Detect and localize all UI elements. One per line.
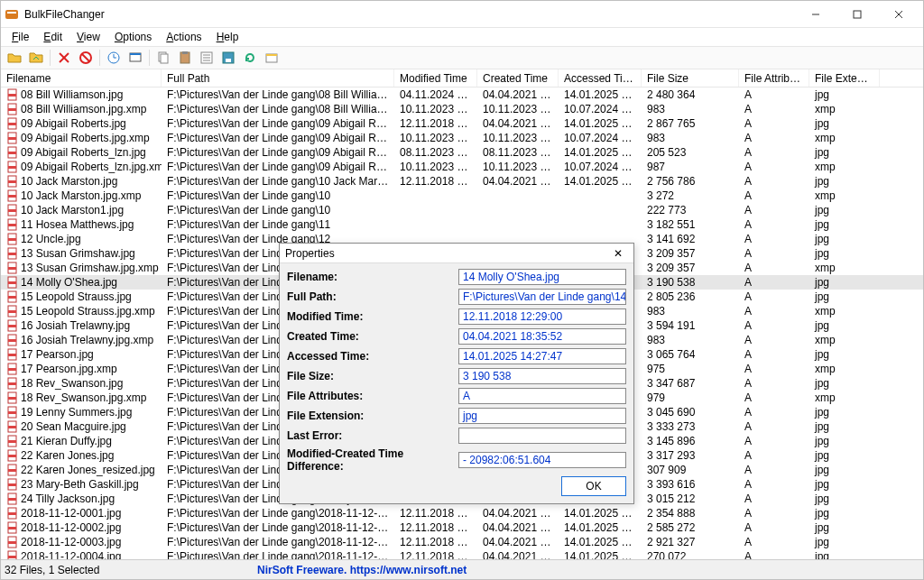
toolbar-add-files-icon[interactable] [5,48,24,68]
cell-mtime: 12.11.2018 20:50:16 [394,536,477,548]
cell-attr: A [739,348,809,361]
cell-attr: A [739,247,809,260]
file-icon [6,536,19,548]
col-attr[interactable]: File Attributes [739,69,809,87]
col-fullpath[interactable]: Full Path [162,69,394,87]
cell-ext: jpg [809,377,880,390]
close-button[interactable] [878,1,919,28]
col-atime[interactable]: Accessed Time [559,69,642,87]
menu-view[interactable]: View [69,29,107,45]
cell-ext: jpg [809,507,880,520]
file-icon [6,319,19,332]
svg-rect-58 [8,310,16,313]
svg-rect-32 [8,123,16,125]
cell-size: 2 921 327 [642,536,739,548]
cell-ext: xmp [809,305,880,318]
cell-fullpath: F:\Pictures\Van der Linde gang\09 Abigai… [162,132,394,144]
toolbar-refresh-icon[interactable] [240,48,260,68]
svg-rect-36 [8,152,16,154]
cell-fullpath: F:\Pictures\Van der Linde gang\2018-11-1… [162,536,394,548]
prop-label-fullpath: Full Path: [287,290,458,303]
cell-filename: 14 Molly O'Shea.jpg [21,276,117,289]
prop-value-lerr[interactable] [458,428,626,444]
cell-mtime: 10.11.2023 13:41:03 [394,132,477,144]
prop-value-mcdiff[interactable]: - 20982:06:51.604 [458,452,626,468]
prop-label-fattr: File Attributes: [287,390,458,402]
cell-attr: A [739,146,809,159]
toolbar-add-folder-icon[interactable] [26,48,46,68]
menu-actions[interactable]: Actions [159,29,208,45]
table-row[interactable]: 10 Jack Marston.jpgF:\Pictures\Van der L… [1,174,923,189]
prop-value-fext[interactable]: jpg [458,408,626,424]
table-row[interactable]: 2018-11-12-0004.jpgF:\Pictures\Van der L… [1,549,923,559]
status-link[interactable]: NirSoft Freeware. https://www.nirsoft.ne… [257,564,467,576]
maximize-button[interactable] [836,1,878,28]
svg-rect-16 [161,54,168,63]
cell-atime: 14.01.2025 14:27:47 [559,146,642,159]
cell-attr: A [739,550,809,559]
toolbar-explorer-icon[interactable] [262,48,282,68]
toolbar-save-icon[interactable] [218,48,238,68]
cell-size: 3 209 357 [642,262,739,274]
cell-fullpath: F:\Pictures\Van der Linde gang\08 Bill W… [162,103,394,115]
dialog-ok-button[interactable]: OK [561,476,626,496]
table-row[interactable]: 09 Abigail Roberts_lzn.jpg.xmpF:\Picture… [1,160,923,174]
prop-value-fullpath[interactable]: F:\Pictures\Van der Linde gang\14 M [458,289,626,305]
dialog-titlebar[interactable]: Properties ✕ [280,244,633,263]
svg-rect-14 [130,53,141,55]
cell-ext: jpg [809,117,880,130]
cell-attr: A [739,377,809,390]
svg-rect-1 [7,12,16,14]
toolbar-execute-icon[interactable] [125,48,145,68]
cell-attr: A [739,449,809,462]
table-row[interactable]: 2018-11-12-0001.jpgF:\Pictures\Van der L… [1,506,923,520]
toolbar-copy-icon[interactable] [153,48,173,68]
col-mtime[interactable]: Modified Time [394,69,477,87]
table-row[interactable]: 08 Bill Williamson.jpgF:\Pictures\Van de… [1,87,923,102]
table-row[interactable]: 10 Jack Marston.jpg.xmpF:\Pictures\Van d… [1,189,923,203]
cell-ext: xmp [809,161,880,173]
menu-file[interactable]: File [5,29,36,45]
file-icon [6,435,19,447]
svg-rect-68 [8,382,16,385]
table-row[interactable]: 10 Jack Marston1.jpgF:\Pictures\Van der … [1,203,923,217]
cell-attr: A [739,478,809,491]
prop-value-ctime[interactable]: 04.04.2021 18:35:52 [458,328,626,345]
table-row[interactable]: 11 Hosea Matthews.jpgF:\Pictures\Van der… [1,217,923,232]
col-ctime[interactable]: Created Time [477,69,559,87]
svg-rect-78 [8,455,16,457]
toolbar-clear-icon[interactable] [76,48,96,68]
table-row[interactable]: 09 Abigail Roberts.jpg.xmpF:\Pictures\Va… [1,131,923,145]
col-size[interactable]: File Size [642,69,739,87]
toolbar-properties-icon[interactable] [197,48,217,68]
file-icon [6,305,19,318]
col-ext[interactable]: File Extension [809,69,880,87]
dialog-close-icon[interactable]: ✕ [608,247,628,260]
table-row[interactable]: 09 Abigail Roberts_lzn.jpgF:\Pictures\Va… [1,145,923,160]
table-row[interactable]: 2018-11-12-0002.jpgF:\Pictures\Van der L… [1,520,923,535]
cell-filename: 13 Susan Grimshaw.jpg [21,247,135,260]
table-row[interactable]: 08 Bill Williamson.jpg.xmpF:\Pictures\Va… [1,102,923,116]
cell-filename: 2018-11-12-0004.jpg [21,550,121,559]
cell-mtime: 12.11.2018 21:00:25 [394,521,477,534]
prop-value-filename[interactable]: 14 Molly O'Shea.jpg [458,269,626,285]
table-row[interactable]: 2018-11-12-0003.jpgF:\Pictures\Van der L… [1,535,923,549]
prop-value-mtime[interactable]: 12.11.2018 12:29:00 [458,308,626,325]
col-filename[interactable]: Filename [1,69,162,87]
menu-help[interactable]: Help [209,29,246,45]
cell-filename: 17 Pearson.jpg.xmp [21,363,117,375]
toolbar-remove-icon[interactable] [54,48,74,68]
prop-value-fsize[interactable]: 3 190 538 [458,368,626,384]
minimize-button[interactable] [795,1,836,28]
cell-filename: 18 Rev_Swanson.jpg [21,377,123,390]
cell-size: 270 072 [642,550,739,559]
cell-filename: 16 Josiah Trelawny.jpg.xmp [21,334,153,346]
menu-edit[interactable]: Edit [36,29,69,45]
toolbar-paste-icon[interactable] [175,48,195,68]
prop-value-atime[interactable]: 14.01.2025 14:27:47 [458,348,626,364]
toolbar-change-time-icon[interactable] [104,48,124,68]
cell-size: 3 317 293 [642,449,739,462]
menu-options[interactable]: Options [107,29,159,45]
table-row[interactable]: 09 Abigail Roberts.jpgF:\Pictures\Van de… [1,116,923,131]
prop-value-fattr[interactable]: A [458,388,626,404]
